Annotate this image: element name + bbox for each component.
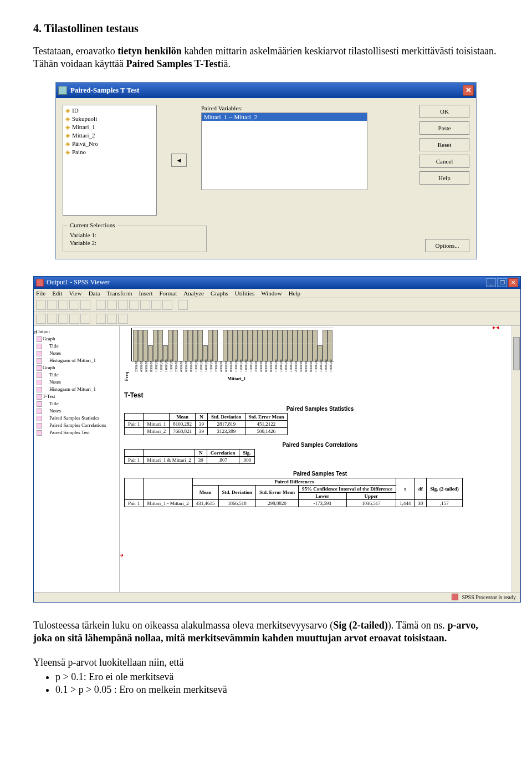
toolbar-button[interactable] bbox=[107, 314, 117, 324]
list-item[interactable]: Paino bbox=[64, 148, 155, 156]
toolbar-button[interactable] bbox=[107, 300, 117, 310]
ok-button[interactable]: OK bbox=[420, 105, 469, 118]
menu-file[interactable]: File bbox=[36, 290, 45, 297]
tree-node[interactable]: Graph bbox=[35, 335, 118, 343]
toolbar-button[interactable] bbox=[69, 314, 79, 324]
paste-button[interactable]: Paste bbox=[420, 121, 469, 135]
cell: 1,444 bbox=[396, 499, 414, 507]
toolbar-button[interactable] bbox=[140, 300, 150, 310]
histogram-bar bbox=[288, 330, 293, 361]
tree-node[interactable]: Notes bbox=[35, 350, 118, 357]
tree-node[interactable]: Title bbox=[35, 343, 118, 350]
table-title: Paired Samples Test bbox=[124, 471, 516, 477]
toolbar-button[interactable] bbox=[36, 314, 46, 324]
toolbar-button[interactable] bbox=[151, 300, 161, 310]
menu-analyze[interactable]: Analyze bbox=[183, 290, 204, 297]
paired-samples-dialog: Paired-Samples T Test ✕ ID Sukupuoli Mit… bbox=[55, 82, 477, 259]
toolbar-button[interactable] bbox=[118, 300, 128, 310]
toolbar-button[interactable] bbox=[96, 314, 106, 324]
menu-data[interactable]: Data bbox=[89, 290, 100, 297]
toolbar-button[interactable] bbox=[178, 300, 188, 310]
x-tick-label: 6000,00 bbox=[145, 367, 148, 372]
close-icon[interactable]: ✕ bbox=[463, 85, 474, 96]
cell: 500,1426 bbox=[245, 427, 288, 435]
toolbar-button[interactable] bbox=[118, 314, 128, 324]
x-tick-label: 2000,00 bbox=[294, 367, 298, 372]
toolbar-button[interactable] bbox=[47, 314, 57, 324]
text: Tulosteessa tärkein luku on oikeassa ala… bbox=[33, 620, 333, 631]
menu-format[interactable]: Format bbox=[160, 290, 177, 297]
toolbar-button[interactable] bbox=[129, 300, 139, 310]
paired-samples-correlations-table: N Correlation Sig. Pair 1 Mittari_1 & Mi… bbox=[124, 449, 255, 464]
paired-selection[interactable]: Mittari_1 -- Mittari_2 bbox=[202, 113, 367, 121]
x-tick-label: 14000,00 bbox=[284, 367, 288, 372]
var-name: Paino bbox=[72, 149, 86, 155]
tree-node[interactable]: Paired Samples Test bbox=[35, 429, 118, 436]
list-item[interactable]: Mittari_1 bbox=[64, 123, 155, 131]
list-item[interactable]: ID bbox=[64, 106, 155, 115]
move-left-button[interactable]: ◄ bbox=[171, 154, 187, 167]
dialog-titlebar[interactable]: Paired-Samples T Test ✕ bbox=[56, 83, 476, 98]
toolbar-button[interactable] bbox=[47, 300, 57, 310]
app-icon bbox=[58, 86, 67, 95]
menu-view[interactable]: View bbox=[69, 290, 81, 297]
current-selections-group: Current Selections Variable 1: Variable … bbox=[63, 226, 207, 252]
cell: 1036,517 bbox=[346, 499, 396, 507]
toolbar-button[interactable] bbox=[36, 300, 46, 310]
histogram-bar bbox=[188, 330, 193, 361]
tree-node[interactable]: Notes bbox=[35, 379, 118, 386]
col-header: Std. Deviation bbox=[208, 413, 245, 420]
toolbar-button[interactable] bbox=[80, 300, 90, 310]
cell: Mittari_1 - Mittari_2 bbox=[144, 499, 193, 507]
tree-node[interactable]: Notes bbox=[35, 407, 118, 415]
options-button[interactable]: Options... bbox=[425, 239, 469, 252]
reset-button[interactable]: Reset bbox=[420, 138, 469, 151]
variable-icon bbox=[65, 124, 70, 131]
histogram-bar bbox=[273, 330, 278, 361]
list-item[interactable]: Päivä_Nro bbox=[64, 140, 155, 148]
close-button[interactable]: ✕ bbox=[508, 278, 518, 287]
paired-variables-list[interactable]: Mittari_1 -- Mittari_2 bbox=[201, 113, 367, 190]
menu-transform[interactable]: Transform bbox=[106, 290, 132, 297]
x-tick-label: 2000,00 bbox=[254, 367, 258, 372]
tree-node[interactable]: Title bbox=[35, 371, 118, 379]
histogram-bar bbox=[293, 330, 298, 361]
x-tick-label: 8000,00 bbox=[269, 367, 273, 372]
tree-node[interactable]: Paired Samples Correlations bbox=[35, 422, 118, 429]
toolbar-button[interactable] bbox=[69, 300, 79, 310]
variable-list[interactable]: ID Sukupuoli Mittari_1 Mittari_2 Päivä_N… bbox=[63, 105, 157, 216]
menu-help[interactable]: Help bbox=[289, 290, 300, 297]
toolbar-button[interactable] bbox=[162, 300, 172, 310]
histogram-bar bbox=[168, 330, 173, 361]
output-tree[interactable]: Output Graph Title Notes Histogram of Mi… bbox=[34, 326, 120, 592]
menu-edit[interactable]: Edit bbox=[52, 290, 62, 297]
menu-graphs[interactable]: Graphs bbox=[211, 290, 228, 297]
viewer-titlebar[interactable]: Output1 - SPSS Viewer _ ❐ ✕ bbox=[34, 277, 520, 289]
histogram-bar bbox=[198, 330, 203, 361]
toolbar-button[interactable] bbox=[58, 314, 68, 324]
tree-node[interactable]: Output bbox=[35, 328, 118, 335]
tree-node[interactable]: Histogram of Mittari_1 bbox=[35, 386, 118, 393]
tree-node[interactable]: Histogram of Mittari_1 bbox=[35, 357, 118, 364]
histogram-bar bbox=[203, 345, 208, 361]
help-button[interactable]: Help bbox=[420, 171, 469, 185]
output-canvas[interactable]: ▸◂ Freq 2000,004000,006000,008000,001000… bbox=[120, 326, 520, 592]
tree-node[interactable]: Graph bbox=[35, 364, 118, 371]
menu-window[interactable]: Window bbox=[261, 290, 282, 297]
tree-node[interactable]: T-Test bbox=[35, 393, 118, 400]
tree-node[interactable]: Paired Samples Statistics bbox=[35, 415, 118, 422]
list-item[interactable]: Mittari_2 bbox=[64, 131, 155, 140]
menu-utilities[interactable]: Utilities bbox=[235, 290, 254, 297]
minimize-button[interactable]: _ bbox=[486, 278, 496, 287]
toolbar-button[interactable] bbox=[80, 314, 90, 324]
histogram-bar bbox=[143, 330, 148, 361]
maximize-button[interactable]: ❐ bbox=[497, 278, 507, 287]
x-tick-label: 10000,00 bbox=[234, 367, 238, 372]
toolbar-button[interactable] bbox=[96, 300, 106, 310]
x-tick-label: 4000,00 bbox=[219, 367, 223, 372]
menu-insert[interactable]: Insert bbox=[139, 290, 152, 297]
tree-node[interactable]: Title bbox=[35, 400, 118, 407]
list-item[interactable]: Sukupuoli bbox=[64, 115, 155, 123]
cancel-button[interactable]: Cancel bbox=[420, 155, 469, 168]
toolbar-button[interactable] bbox=[58, 300, 68, 310]
